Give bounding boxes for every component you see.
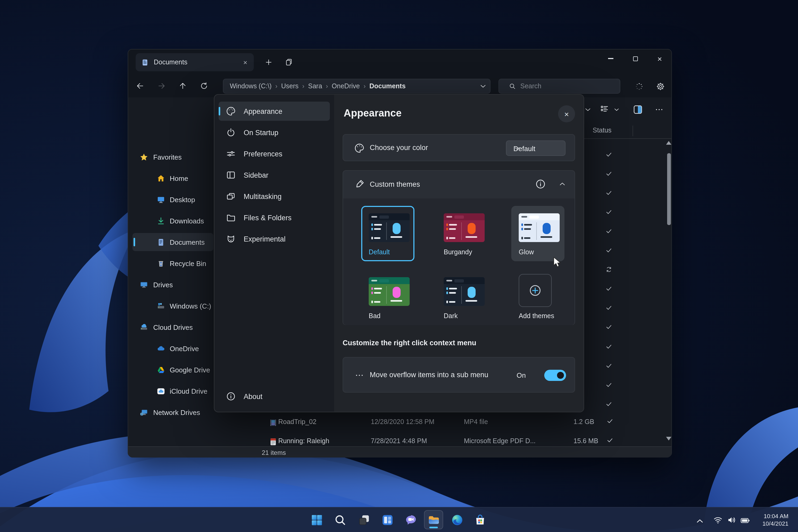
refresh-button[interactable] xyxy=(196,78,212,94)
add-themes-box[interactable] xyxy=(519,274,552,307)
overflow-toggle[interactable] xyxy=(544,370,566,381)
up-button[interactable] xyxy=(174,78,190,94)
hidden-icons-chevron[interactable] xyxy=(695,516,705,526)
up-arrow-icon xyxy=(178,81,187,90)
tab-close-icon[interactable]: × xyxy=(240,57,251,68)
taskbar-widgets-button[interactable] xyxy=(378,510,397,529)
status-sync-icon xyxy=(602,263,615,277)
breadcrumb-segment[interactable]: Sara xyxy=(308,82,322,90)
settings-nav-about[interactable]: About xyxy=(218,387,330,406)
theme-card-bad[interactable]: Bad xyxy=(361,270,414,325)
taskbar-search-button[interactable] xyxy=(330,510,349,529)
theme-card-glow[interactable]: Glow xyxy=(511,206,565,261)
desktop: Documents × × Windows (C:\)›Users›Sara›O… xyxy=(0,0,798,532)
settings-nav-preferences[interactable]: Preferences xyxy=(218,144,330,163)
file-name: Running: Raleigh xyxy=(278,437,329,445)
column-divider[interactable] xyxy=(632,126,633,136)
preview-pane-button[interactable] xyxy=(632,104,643,115)
maximize-button[interactable] xyxy=(624,50,647,68)
settings-nav-on-startup[interactable]: On Startup xyxy=(218,123,330,142)
clock[interactable]: 10:04 AM 10/4/2021 xyxy=(749,512,788,527)
minimize-button[interactable] xyxy=(599,50,623,68)
settings-gear-button[interactable] xyxy=(652,78,668,94)
forward-button[interactable] xyxy=(153,78,169,94)
address-dropdown-chevron-icon[interactable] xyxy=(479,82,487,91)
back-button[interactable] xyxy=(132,78,148,94)
scrollbar-thumb[interactable] xyxy=(667,153,671,225)
settings-nav-appearance[interactable]: Appearance xyxy=(218,101,330,121)
settings-nav-experimental[interactable]: Experimental xyxy=(218,229,330,248)
ellipsis-icon xyxy=(654,104,664,115)
theme-card-burgandy[interactable]: Burgandy xyxy=(436,206,490,261)
taskbar-task-view-button[interactable] xyxy=(354,510,374,529)
settings-nav-sidebar[interactable]: Sidebar xyxy=(218,166,330,185)
toggle-knob xyxy=(557,372,564,379)
settings-nav-files-folders[interactable]: Files & Folders xyxy=(218,208,330,227)
status-check-icon xyxy=(602,320,615,334)
collapse-section-button[interactable] xyxy=(558,180,567,188)
taskbar-chat-button[interactable] xyxy=(401,510,420,529)
folder-icon xyxy=(226,212,236,223)
add-themes-button[interactable]: Add themes xyxy=(511,270,565,325)
more-options-button[interactable] xyxy=(654,104,664,115)
color-dropdown[interactable]: Default xyxy=(506,140,566,156)
circle-plus-icon xyxy=(528,284,542,298)
chevron-up-icon xyxy=(558,180,567,188)
file-row[interactable]: Running: Raleigh7/28/2021 4:48 PMMicroso… xyxy=(216,432,664,446)
status-check-icon xyxy=(602,378,615,392)
task-view-icon xyxy=(357,513,370,527)
refresh-icon xyxy=(199,81,208,90)
status-check-icon xyxy=(602,339,615,353)
toggle-label: Move overflow items into a sub menu xyxy=(370,371,488,379)
status-bar: 21 items xyxy=(128,446,671,457)
file-row[interactable]: RoadTrip_0212/28/2020 12:58 PMMP4 file1.… xyxy=(216,413,664,432)
new-tab-button[interactable] xyxy=(262,55,276,69)
tab-documents[interactable]: Documents × xyxy=(136,53,254,71)
duplicate-tab-button[interactable] xyxy=(282,55,296,69)
taskbar-edge-button[interactable] xyxy=(448,510,467,529)
file-name: RoadTrip_02 xyxy=(278,418,317,425)
scroll-up-arrow[interactable] xyxy=(666,141,671,145)
files-icon xyxy=(427,513,440,527)
items-count: 21 items xyxy=(262,449,286,456)
column-header-status[interactable]: Status xyxy=(593,127,611,134)
status-check-icon xyxy=(602,359,615,373)
breadcrumb-segment[interactable]: OneDrive xyxy=(332,82,360,90)
widgets-icon xyxy=(381,513,394,527)
document-tab-icon xyxy=(141,58,149,66)
theme-name: Burgandy xyxy=(444,248,472,256)
close-icon: × xyxy=(564,109,569,118)
chat-icon xyxy=(404,513,417,527)
theme-card-dark[interactable]: Dark xyxy=(436,270,490,325)
settings-nav-label: Preferences xyxy=(244,150,283,158)
layout-chevron-icon[interactable] xyxy=(613,106,620,113)
breadcrumb-segment[interactable]: Users xyxy=(281,82,299,90)
search-input[interactable]: Search xyxy=(498,79,620,94)
status-check-icon xyxy=(606,417,614,425)
breadcrumb-separator-icon: › xyxy=(364,82,366,90)
file-date: 12/28/2020 12:58 PM xyxy=(371,418,434,425)
battery-icon[interactable] xyxy=(740,515,750,526)
info-icon xyxy=(535,178,546,190)
dialog-close-button[interactable]: × xyxy=(558,105,575,122)
breadcrumb-segment[interactable]: Documents xyxy=(369,82,406,90)
layout-list-button[interactable] xyxy=(600,104,610,114)
status-check-icon xyxy=(602,301,615,315)
settings-nav-label: On Startup xyxy=(244,129,279,136)
breadcrumb-separator-icon: › xyxy=(326,82,328,90)
taskbar-files-button[interactable] xyxy=(424,510,443,529)
view-chevron-button[interactable] xyxy=(584,105,592,114)
taskbar-store-button[interactable] xyxy=(470,510,490,529)
wifi-icon[interactable] xyxy=(713,515,723,525)
volume-icon[interactable] xyxy=(727,515,737,525)
theme-card-default[interactable]: Default xyxy=(361,206,414,261)
themes-info-button[interactable] xyxy=(535,178,546,190)
settings-nav-multitasking[interactable]: Multitasking xyxy=(218,187,330,206)
dialog-title: Appearance xyxy=(344,108,402,119)
window-close-button[interactable]: × xyxy=(648,50,671,68)
taskbar-start-button[interactable] xyxy=(307,510,326,529)
scroll-down-arrow[interactable] xyxy=(666,437,671,440)
breadcrumb[interactable]: Windows (C:\)›Users›Sara›OneDrive›Docume… xyxy=(223,79,491,94)
breadcrumb-segment[interactable]: Windows (C:\) xyxy=(230,82,271,90)
multitask-icon xyxy=(226,191,236,202)
